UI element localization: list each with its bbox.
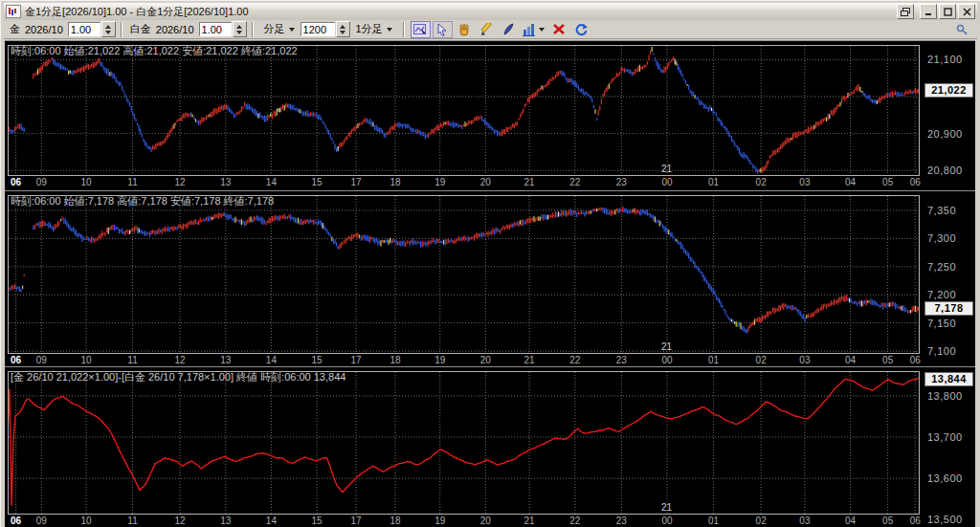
chart-cursor-tool-button[interactable]: [411, 21, 431, 38]
y-axis-label: 7,250: [927, 261, 956, 273]
select-arrow-icon: [435, 23, 449, 36]
x-axis-label: 05: [879, 177, 898, 187]
y-axis-label: 7,350: [927, 205, 956, 216]
interval-dropdown[interactable]: 分足: [262, 22, 297, 37]
x-axis-label: 09: [32, 355, 51, 365]
bar-chart-icon: [523, 23, 546, 36]
timeframe-dropdown[interactable]: 1分足: [354, 22, 394, 37]
x-axis-label: 04: [841, 177, 860, 187]
gold-multiplier-input[interactable]: 1.00: [68, 22, 100, 36]
x-axis-label: 06: [7, 177, 26, 187]
gold-ohlc-info: 時刻:06:00 始値:21,022 高値:21,022 安値:21,022 終…: [11, 44, 298, 58]
x-axis-label: 19: [431, 516, 450, 526]
toolbar-separator: [403, 22, 405, 37]
minimize-icon: [924, 8, 932, 15]
bar-count-spinner[interactable]: [336, 21, 350, 37]
platinum-y-axis: 7,178 7,3507,3007,2507,2007,1507,100: [922, 191, 975, 366]
chart-window: 金1分足[2026/10]1.00 - 白金1分足[2026/10]1.00 金…: [0, 0, 980, 527]
x-axis-label: 09: [32, 516, 51, 526]
x-axis-label: 13: [216, 355, 235, 365]
spread-last-price-label: 13,844: [924, 372, 973, 386]
x-axis-label: 19: [431, 355, 450, 365]
platinum-candle-plot[interactable]: 21: [8, 195, 920, 354]
x-axis-label: 12: [170, 516, 189, 526]
select-tool-button[interactable]: [433, 21, 453, 38]
y-axis-label: 7,300: [927, 232, 956, 244]
gold-x-axis: 0609101112131415171819202122230001020304…: [8, 177, 920, 189]
x-axis-label: 00: [657, 355, 677, 365]
platinum-symbol-label: 白金: [130, 22, 151, 36]
spread-x-axis: 0609101112131415171819202122230001020304…: [8, 516, 920, 527]
x-axis-label: 17: [346, 516, 366, 526]
platinum-multiplier-input[interactable]: 1.00: [199, 22, 232, 36]
x-axis-label: 18: [386, 516, 405, 526]
y-axis-label: 20,900: [927, 128, 963, 140]
x-axis-label: 18: [386, 177, 405, 187]
y-axis-label: 13,500: [927, 514, 963, 525]
pan-tool-button[interactable]: [455, 21, 475, 38]
x-axis-label: 20: [476, 516, 495, 526]
cascade-windows-button[interactable]: [897, 4, 914, 19]
x-axis-label: 10: [77, 177, 96, 187]
toolbar-separator: [252, 22, 254, 37]
x-axis-label: 05: [879, 516, 898, 526]
spread-y-axis: 13,844 13,80013,70013,60013,500: [922, 367, 975, 527]
y-axis-label: 21,100: [927, 54, 963, 65]
close-button[interactable]: [958, 4, 975, 19]
x-axis-label: 23: [612, 177, 631, 187]
settings-key-button[interactable]: [956, 24, 969, 35]
gold-y-axis: 21,022 21,10020,90020,800: [922, 41, 975, 190]
platinum-multiplier-spinner[interactable]: [233, 21, 247, 37]
maximize-icon: [944, 8, 952, 16]
spread-line-plot[interactable]: 21: [8, 371, 920, 515]
x-axis-label: 15: [307, 177, 326, 187]
x-axis-label: 13: [216, 516, 235, 526]
gold-candle-plot[interactable]: 21: [8, 45, 920, 176]
x-axis-label: 13: [216, 177, 235, 187]
x-axis-label: 05: [879, 355, 898, 365]
refresh-button[interactable]: [571, 21, 591, 38]
minimize-button[interactable]: [920, 4, 937, 19]
x-axis-label: 17: [346, 177, 366, 187]
gold-chart-panel: 21 時刻:06:00 始値:21,022 高値:21,022 安値:21,02…: [5, 40, 975, 190]
timeframe-dropdown-label: 1分足: [356, 22, 383, 36]
maximize-button[interactable]: [939, 4, 956, 19]
delete-drawing-button[interactable]: [549, 21, 569, 38]
interval-dropdown-label: 分足: [264, 22, 285, 36]
chevron-down-icon: [387, 28, 392, 32]
x-axis-label: 15: [307, 516, 326, 526]
refresh-icon: [574, 23, 589, 36]
x-axis-label: 02: [751, 177, 770, 187]
x-axis-label: 06: [7, 355, 26, 365]
spread-chart-panel: 21 [金 26/10 21,022×1.00]-[白金 26/10 7,178…: [5, 366, 975, 527]
x-axis-label: 20: [476, 355, 495, 365]
key-icon: [956, 24, 969, 35]
bar-count-input[interactable]: 1200: [301, 22, 335, 36]
x-axis-label: 10: [77, 355, 96, 365]
cascade-icon: [901, 8, 910, 16]
svg-text:21: 21: [661, 164, 673, 174]
x-axis-label: 12: [170, 355, 189, 365]
x-axis-label: 22: [566, 355, 585, 365]
gold-last-price-label: 21,022: [924, 83, 973, 98]
platinum-ohlc-info: 時刻:06:00 始値:7,178 高値:7,178 安値:7,178 終値:7…: [11, 194, 274, 209]
pencil-tool-button[interactable]: [477, 21, 497, 38]
red-x-icon: [552, 23, 566, 35]
x-axis-label: 21: [520, 516, 539, 526]
toolbar: 金 2026/10 1.00 白金 2026/10 1.00 分足 1200 1…: [4, 20, 977, 39]
x-axis-label: 11: [123, 177, 143, 187]
x-axis-label: 12: [170, 177, 189, 187]
y-axis-label: 7,150: [927, 318, 956, 329]
chart-type-button[interactable]: [521, 21, 547, 38]
x-axis-label: 18: [386, 355, 405, 365]
gold-multiplier-spinner[interactable]: [101, 21, 116, 37]
title-bar[interactable]: 金1分足[2026/10]1.00 - 白金1分足[2026/10]1.00: [4, 3, 977, 20]
spread-formula-info: [金 26/10 21,022×1.00]-[白金 26/10 7,178×1.…: [11, 370, 345, 384]
y-axis-label: 20,800: [927, 165, 963, 176]
x-axis-label: 03: [795, 177, 814, 187]
x-axis-label: 06: [7, 516, 26, 526]
pen-tool-button[interactable]: [499, 21, 519, 38]
pen-icon: [501, 23, 516, 36]
close-icon: [963, 8, 971, 16]
x-axis-label: 01: [704, 177, 724, 187]
